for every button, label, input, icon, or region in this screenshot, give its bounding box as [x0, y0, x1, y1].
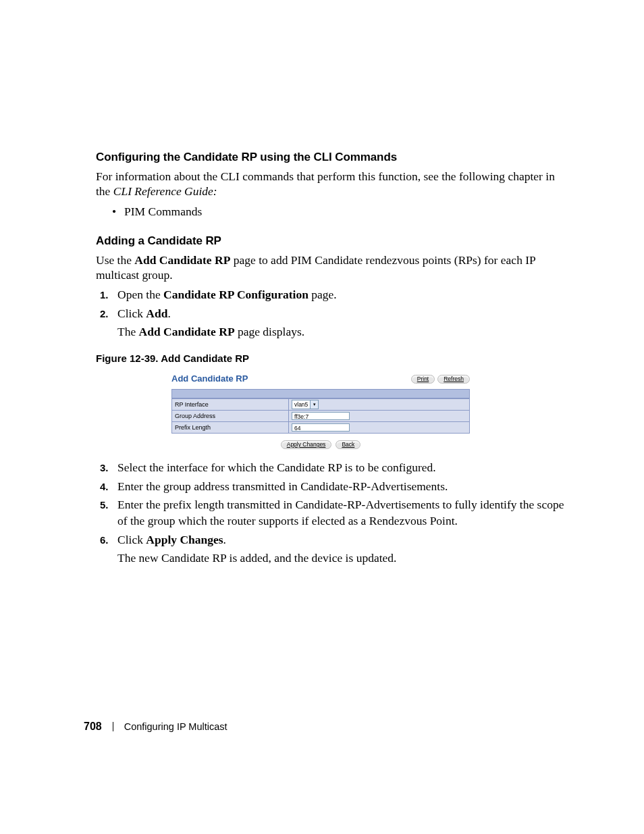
text: . [167, 307, 170, 320]
table-row: Prefix Length 64 [172, 421, 470, 433]
step-item: Enter the prefix length transmitted in C… [96, 497, 571, 529]
apply-changes-button[interactable]: Apply Changes [281, 440, 332, 449]
text: page. [308, 288, 337, 301]
heading-adding-rp: Adding a Candidate RP [96, 234, 571, 248]
footer-chapter: Configuring IP Multicast [124, 721, 227, 732]
panel-separator [171, 389, 470, 398]
text: Open the [117, 288, 163, 301]
page-footer: 708 Configuring IP Multicast [84, 721, 227, 733]
chevron-down-icon: ▾ [310, 400, 318, 409]
step-item: Select the interface for which the Candi… [96, 460, 571, 476]
bold-text: Add Candidate RP [134, 253, 230, 267]
bold-text: Apply Changes [146, 533, 223, 546]
paragraph: Use the Add Candidate RP page to add PIM… [96, 253, 571, 283]
figure-caption: Figure 12-39. Add Candidate RP [96, 353, 571, 364]
step-item: Enter the group address transmitted in C… [96, 479, 571, 495]
panel-footer: Apply Changes Back [171, 440, 470, 449]
panel-header: Add Candidate RP Print Refresh [171, 373, 470, 389]
text: page displays. [235, 325, 305, 338]
table-row: Group Address ff3e:7 [172, 410, 470, 421]
group-address-label: Group Address [172, 410, 289, 421]
bold-text: Add [146, 307, 167, 320]
bullet-item: PIM Commands [124, 203, 571, 220]
cli-ref-guide: CLI Reference Guide: [113, 184, 217, 198]
text: The [117, 325, 139, 338]
table-row: RP Interface vlan5 ▾ [172, 398, 470, 410]
group-address-cell: ff3e:7 [289, 410, 470, 421]
footer-divider [113, 722, 113, 731]
step-item: Click Add. The Add Candidate RP page dis… [96, 306, 571, 340]
prefix-length-input[interactable]: 64 [292, 423, 350, 432]
text: Click [117, 307, 146, 320]
select-value: vlan5 [294, 401, 308, 408]
figure-panel: Add Candidate RP Print Refresh RP Interf… [171, 373, 470, 449]
prefix-length-cell: 64 [289, 421, 470, 433]
rp-interface-label: RP Interface [172, 398, 289, 410]
print-button[interactable]: Print [411, 375, 435, 384]
step-item: Open the Candidate RP Configuration page… [96, 287, 571, 303]
page-number: 708 [84, 721, 102, 733]
ordered-steps-continued: Select the interface for which the Candi… [96, 460, 571, 567]
form-table: RP Interface vlan5 ▾ Group Address ff3e:… [171, 398, 470, 434]
text: Click [117, 533, 146, 546]
panel-title: Add Candidate RP [171, 373, 248, 384]
refresh-button[interactable]: Refresh [437, 375, 470, 384]
paragraph: For information about the CLI commands t… [96, 170, 571, 199]
panel-link-group: Print Refresh [411, 375, 470, 384]
bullet-list: PIM Commands [96, 203, 571, 220]
heading-config-cli: Configuring the Candidate RP using the C… [96, 151, 571, 164]
text: Use the [96, 253, 134, 267]
rp-interface-select[interactable]: vlan5 ▾ [292, 400, 319, 409]
ordered-steps: Open the Candidate RP Configuration page… [96, 287, 571, 340]
bold-text: Add Candidate RP [139, 325, 235, 338]
step-subtext: The Add Candidate RP page displays. [117, 324, 571, 340]
step-subtext: The new Candidate RP is added, and the d… [117, 550, 571, 567]
text: . [223, 533, 226, 546]
rp-interface-cell: vlan5 ▾ [289, 398, 470, 410]
bold-text: Candidate RP Configuration [163, 288, 308, 301]
group-address-input[interactable]: ff3e:7 [292, 412, 350, 420]
page: Configuring the Candidate RP using the C… [0, 0, 644, 834]
back-button[interactable]: Back [336, 440, 360, 449]
step-item: Click Apply Changes. The new Candidate R… [96, 532, 571, 567]
prefix-length-label: Prefix Length [172, 421, 289, 433]
